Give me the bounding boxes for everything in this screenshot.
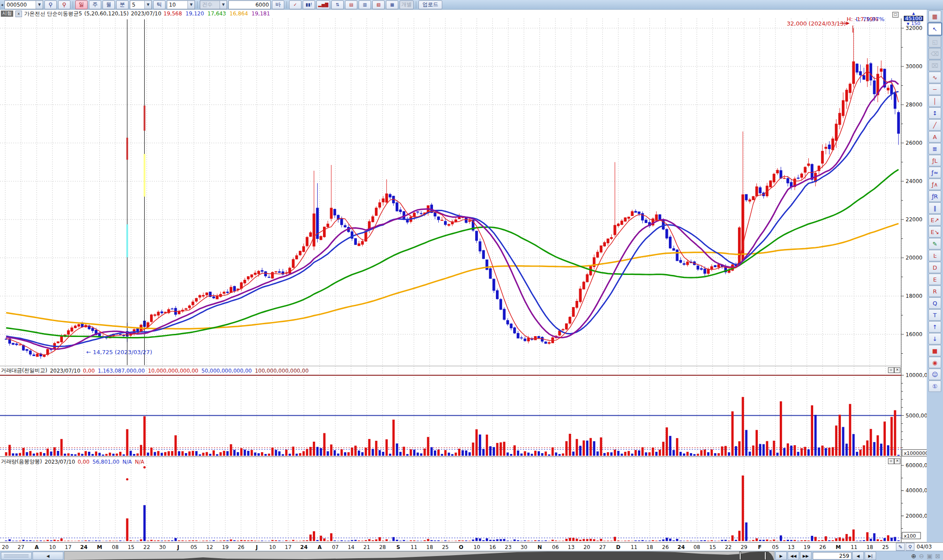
e-zone-icon[interactable]: E (928, 274, 941, 285)
pencil-icon[interactable]: ✎ (896, 543, 905, 551)
square-mark-icon[interactable]: ■ (928, 345, 941, 356)
ma-value-2: 17,643 (208, 11, 226, 17)
panel-close-icon[interactable]: ✕ (894, 367, 900, 373)
elliott-up-icon[interactable]: E↗ (928, 214, 941, 226)
elliott-down-icon[interactable]: E↘ (928, 226, 941, 238)
toolbar-icon-6[interactable]: ▧ (372, 0, 385, 9)
text-line-icon[interactable]: A (928, 131, 941, 143)
period-button-주[interactable]: 주 (89, 0, 101, 9)
step-button-1[interactable]: ▶| (865, 552, 876, 560)
bar-count-input[interactable]: 6000 (228, 0, 271, 9)
toolbar-icon-7[interactable]: ▦ (386, 0, 398, 9)
zoom-control-1[interactable]: ⊖ (919, 553, 924, 560)
fibo-fan-icon[interactable]: ƒ∧ (928, 179, 941, 190)
zoom-area-icon[interactable]: ◱ (928, 36, 941, 48)
wave-label-icon[interactable]: Ŀ (928, 250, 941, 261)
minimap-selection[interactable] (740, 552, 765, 560)
navigator-buttons: ▶◀◀▶▶ (774, 552, 811, 560)
svg-text:F: F (758, 544, 761, 550)
fibo-level-icon[interactable]: ƒL (928, 155, 941, 166)
circle-mark-icon[interactable]: ◉ (928, 357, 941, 368)
indicator-title: 가온전선 단순이동평균5 (24, 10, 82, 18)
panel-minimize-icon[interactable]: ▫ (888, 367, 894, 373)
splitter-grip[interactable] (1, 552, 32, 560)
cursor-arrow-icon[interactable]: ↖ (928, 22, 942, 36)
price-step-spinner[interactable]: ▲ 45100 ▼ 150 (901, 11, 926, 26)
step-button-0[interactable]: ◀ (852, 552, 864, 560)
fibo-retrace-icon[interactable]: ƒR (928, 190, 941, 202)
separator (286, 1, 287, 8)
chevron-down-icon[interactable]: ▼ (36, 1, 43, 9)
visible-bar-count-input[interactable]: 259 (813, 552, 851, 560)
svg-text:M: M (97, 544, 102, 550)
spinner-step: 150 (911, 21, 920, 26)
zoom-control-2[interactable]: ▣ (927, 553, 932, 560)
text-tool-icon[interactable]: T (928, 309, 941, 321)
arrow-up-icon[interactable]: ↑ (928, 321, 941, 333)
zoom-buttons: ⊕⊖▣⊠ (909, 553, 940, 560)
svg-text:S: S (396, 544, 400, 550)
erase-one-icon[interactable]: ⌫ (928, 48, 941, 59)
nav-button-0[interactable]: ▶ (775, 552, 787, 560)
svg-text:08: 08 (112, 544, 118, 550)
period-button-월[interactable]: 월 (103, 0, 115, 9)
selection-handle-right[interactable] (764, 552, 766, 560)
toolbar-icon-1[interactable]: ▮▮! (303, 0, 315, 9)
vertical-line-icon[interactable]: │ (928, 95, 941, 107)
smiley-mark-icon[interactable]: ☺ (928, 369, 941, 380)
amount-panel-date: 2023/07/10 (50, 368, 80, 374)
upload-button[interactable]: 업로드 (418, 0, 442, 9)
toolbar-icon-4[interactable]: ▤ (345, 0, 357, 9)
toolbar-icon-0[interactable]: ✓ (289, 0, 301, 9)
erase-all-icon[interactable]: ⌧ (928, 60, 941, 71)
toolbar-icon-3[interactable]: ⇅ (331, 0, 344, 9)
zoom-control-3[interactable]: ⊠ (935, 553, 940, 560)
panel-value-2: 10,000,000,000,00 (148, 368, 198, 374)
panel-value-3: N/A (135, 459, 144, 465)
chevron-down-icon[interactable]: ▼ (144, 1, 151, 9)
pencil-icon[interactable]: ✎ (928, 238, 941, 249)
horizontal-line-icon[interactable]: ─ (928, 84, 941, 95)
spinner-down-icon[interactable]: ▼ (907, 22, 910, 26)
quote-note-icon[interactable]: Q (928, 297, 941, 309)
chevron-down-icon[interactable]: ▼ (187, 1, 194, 9)
nav-button-1[interactable]: ◀◀ (788, 552, 799, 560)
svg-text:11: 11 (411, 544, 417, 550)
toolbar-icon-5[interactable]: ▥ (359, 0, 371, 9)
arrow-down-icon[interactable]: ↓ (928, 333, 941, 344)
period-button-분[interactable]: 분 (116, 0, 128, 9)
selection-handle-left[interactable] (739, 552, 741, 560)
auto-trendline-icon[interactable]: ∿ (928, 72, 941, 83)
bar-unit-button[interactable]: 바 (272, 0, 284, 9)
multi-line-icon[interactable]: ≣ (928, 143, 941, 154)
minute-combo[interactable]: 5▼ (130, 0, 152, 9)
diagonal-line-icon[interactable]: ╱ (928, 119, 941, 131)
close-icon[interactable]: x (15, 11, 22, 17)
svg-text:26: 26 (662, 544, 669, 550)
pattern-grid-icon[interactable]: ▦ (928, 11, 941, 22)
toolbar-icon-2[interactable]: ▂▅▇ (316, 0, 330, 9)
volume-panel-date: 2023/07/10 (44, 459, 75, 465)
search-jump-icon[interactable]: ⚲ (58, 0, 70, 9)
parallel-line-icon[interactable]: ∥ (928, 202, 941, 214)
search-icon[interactable]: ⚲ (44, 0, 57, 9)
number-mark-icon[interactable]: ① (928, 381, 941, 392)
scroll-left-button[interactable]: ◀ (33, 552, 63, 560)
back-arrow-icon[interactable]: ◂ (1, 2, 3, 7)
panel-close-icon[interactable]: ✕ (894, 458, 900, 464)
fibo-curve-icon[interactable]: ƒ≈ (928, 167, 941, 178)
tick-button[interactable]: 틱 (153, 0, 165, 9)
panel-minimize-icon[interactable]: ▫ (888, 458, 894, 464)
tick-count-combo[interactable]: 10▼ (167, 0, 195, 9)
d-zone-icon[interactable]: D (928, 262, 941, 273)
zoom-control-0[interactable]: ⊕ (911, 553, 917, 560)
chart-canvas[interactable]: 3200030000280002600024000220002000018000… (0, 10, 943, 560)
nav-button-2[interactable]: ▶▶ (800, 552, 811, 560)
price-range-icon[interactable]: ↕ (928, 107, 941, 119)
r-zone-icon[interactable]: R (928, 285, 941, 297)
pane-restore-icon[interactable]: ▢ (892, 12, 899, 18)
magnifier-icon[interactable]: ⚲ (906, 543, 914, 551)
history-minimap[interactable] (64, 551, 774, 560)
period-button-일[interactable]: 일 (75, 0, 88, 9)
stock-code-combo[interactable]: 000500 ▼ (4, 0, 43, 9)
